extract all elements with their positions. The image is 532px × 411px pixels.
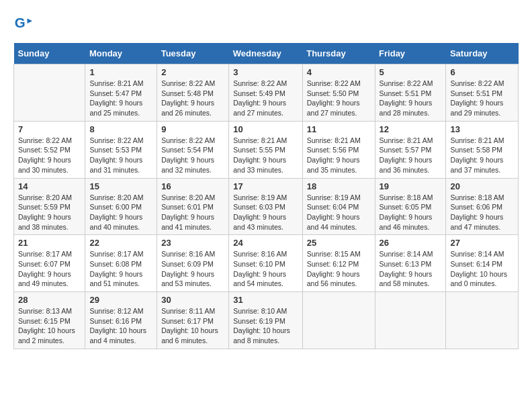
day-info: Sunrise: 8:14 AM Sunset: 6:14 PM Dayligh… xyxy=(450,249,514,289)
day-number: 3 xyxy=(233,67,298,77)
day-number: 26 xyxy=(380,238,442,248)
day-info: Sunrise: 8:21 AM Sunset: 5:55 PM Dayligh… xyxy=(233,136,298,175)
day-number: 17 xyxy=(233,181,298,191)
calendar-cell: 27Sunrise: 8:14 AM Sunset: 6:14 PM Dayli… xyxy=(446,235,519,292)
page-header: G xyxy=(13,13,519,32)
day-number: 30 xyxy=(161,295,224,305)
week-row-1: 1Sunrise: 8:21 AM Sunset: 5:47 PM Daylig… xyxy=(14,64,519,122)
day-info: Sunrise: 8:11 AM Sunset: 6:17 PM Dayligh… xyxy=(161,306,224,346)
day-info: Sunrise: 8:22 AM Sunset: 5:48 PM Dayligh… xyxy=(161,79,224,118)
day-number: 5 xyxy=(380,67,442,77)
calendar-cell: 17Sunrise: 8:19 AM Sunset: 6:03 PM Dayli… xyxy=(229,178,302,235)
calendar-cell: 31Sunrise: 8:10 AM Sunset: 6:19 PM Dayli… xyxy=(229,292,302,349)
day-number: 7 xyxy=(18,124,81,134)
weekday-header-tuesday: Tuesday xyxy=(157,43,229,64)
day-info: Sunrise: 8:14 AM Sunset: 6:13 PM Dayligh… xyxy=(380,249,442,289)
calendar-cell: 2Sunrise: 8:22 AM Sunset: 5:48 PM Daylig… xyxy=(157,64,229,122)
day-info: Sunrise: 8:22 AM Sunset: 5:52 PM Dayligh… xyxy=(18,136,81,175)
day-number: 24 xyxy=(233,238,298,248)
day-info: Sunrise: 8:22 AM Sunset: 5:50 PM Dayligh… xyxy=(307,79,371,118)
day-info: Sunrise: 8:20 AM Sunset: 6:01 PM Dayligh… xyxy=(161,193,224,232)
calendar-cell: 21Sunrise: 8:17 AM Sunset: 6:07 PM Dayli… xyxy=(14,235,85,292)
day-info: Sunrise: 8:16 AM Sunset: 6:10 PM Dayligh… xyxy=(233,249,298,289)
day-info: Sunrise: 8:21 AM Sunset: 5:47 PM Dayligh… xyxy=(89,79,152,118)
calendar-cell: 15Sunrise: 8:20 AM Sunset: 6:00 PM Dayli… xyxy=(85,178,157,235)
day-info: Sunrise: 8:15 AM Sunset: 6:12 PM Dayligh… xyxy=(307,249,371,289)
weekday-header-thursday: Thursday xyxy=(302,43,375,64)
calendar-cell: 8Sunrise: 8:22 AM Sunset: 5:53 PM Daylig… xyxy=(85,121,157,178)
day-number: 11 xyxy=(307,124,371,134)
day-info: Sunrise: 8:17 AM Sunset: 6:07 PM Dayligh… xyxy=(18,249,81,289)
day-number: 25 xyxy=(307,238,371,248)
logo: G xyxy=(13,13,35,32)
weekday-header-row: SundayMondayTuesdayWednesdayThursdayFrid… xyxy=(14,43,519,64)
week-row-2: 7Sunrise: 8:22 AM Sunset: 5:52 PM Daylig… xyxy=(14,121,519,178)
day-number: 4 xyxy=(307,67,371,77)
day-number: 10 xyxy=(233,124,298,134)
day-info: Sunrise: 8:10 AM Sunset: 6:19 PM Dayligh… xyxy=(233,306,298,346)
calendar-cell: 9Sunrise: 8:22 AM Sunset: 5:54 PM Daylig… xyxy=(157,121,229,178)
day-number: 16 xyxy=(161,181,224,191)
calendar-cell: 28Sunrise: 8:13 AM Sunset: 6:15 PM Dayli… xyxy=(14,292,85,349)
day-number: 28 xyxy=(18,295,81,305)
day-number: 6 xyxy=(450,67,514,77)
week-row-5: 28Sunrise: 8:13 AM Sunset: 6:15 PM Dayli… xyxy=(14,292,519,349)
weekday-header-wednesday: Wednesday xyxy=(229,43,302,64)
day-number: 14 xyxy=(18,181,81,191)
day-info: Sunrise: 8:12 AM Sunset: 6:16 PM Dayligh… xyxy=(89,306,152,346)
calendar-cell: 5Sunrise: 8:22 AM Sunset: 5:51 PM Daylig… xyxy=(375,64,446,122)
weekday-header-saturday: Saturday xyxy=(446,43,519,64)
calendar-cell: 29Sunrise: 8:12 AM Sunset: 6:16 PM Dayli… xyxy=(85,292,157,349)
day-number: 27 xyxy=(450,238,514,248)
calendar-cell: 30Sunrise: 8:11 AM Sunset: 6:17 PM Dayli… xyxy=(157,292,229,349)
calendar-cell: 12Sunrise: 8:21 AM Sunset: 5:57 PM Dayli… xyxy=(375,121,446,178)
day-info: Sunrise: 8:18 AM Sunset: 6:06 PM Dayligh… xyxy=(450,193,514,232)
day-info: Sunrise: 8:21 AM Sunset: 5:56 PM Dayligh… xyxy=(307,136,371,175)
day-number: 29 xyxy=(89,295,152,305)
day-number: 21 xyxy=(18,238,81,248)
calendar-cell: 7Sunrise: 8:22 AM Sunset: 5:52 PM Daylig… xyxy=(14,121,85,178)
day-number: 23 xyxy=(161,238,224,248)
calendar-cell: 25Sunrise: 8:15 AM Sunset: 6:12 PM Dayli… xyxy=(302,235,375,292)
weekday-header-sunday: Sunday xyxy=(14,43,85,64)
day-info: Sunrise: 8:13 AM Sunset: 6:15 PM Dayligh… xyxy=(18,306,81,346)
calendar-cell: 16Sunrise: 8:20 AM Sunset: 6:01 PM Dayli… xyxy=(157,178,229,235)
day-info: Sunrise: 8:22 AM Sunset: 5:51 PM Dayligh… xyxy=(450,79,514,118)
day-info: Sunrise: 8:22 AM Sunset: 5:51 PM Dayligh… xyxy=(380,79,442,118)
day-number: 31 xyxy=(233,295,298,305)
day-number: 22 xyxy=(89,238,152,248)
weekday-header-monday: Monday xyxy=(85,43,157,64)
day-number: 2 xyxy=(161,67,224,77)
calendar-cell: 20Sunrise: 8:18 AM Sunset: 6:06 PM Dayli… xyxy=(446,178,519,235)
calendar-cell: 4Sunrise: 8:22 AM Sunset: 5:50 PM Daylig… xyxy=(302,64,375,122)
day-number: 20 xyxy=(450,181,514,191)
day-info: Sunrise: 8:20 AM Sunset: 6:00 PM Dayligh… xyxy=(89,193,152,232)
day-number: 15 xyxy=(89,181,152,191)
calendar-cell xyxy=(302,292,375,349)
calendar-cell: 11Sunrise: 8:21 AM Sunset: 5:56 PM Dayli… xyxy=(302,121,375,178)
calendar-cell: 14Sunrise: 8:20 AM Sunset: 5:59 PM Dayli… xyxy=(14,178,85,235)
day-info: Sunrise: 8:21 AM Sunset: 5:58 PM Dayligh… xyxy=(450,136,514,175)
calendar-cell: 13Sunrise: 8:21 AM Sunset: 5:58 PM Dayli… xyxy=(446,121,519,178)
week-row-3: 14Sunrise: 8:20 AM Sunset: 5:59 PM Dayli… xyxy=(14,178,519,235)
calendar-cell xyxy=(375,292,446,349)
week-row-4: 21Sunrise: 8:17 AM Sunset: 6:07 PM Dayli… xyxy=(14,235,519,292)
calendar-cell: 3Sunrise: 8:22 AM Sunset: 5:49 PM Daylig… xyxy=(229,64,302,122)
weekday-header-friday: Friday xyxy=(375,43,446,64)
calendar-cell: 23Sunrise: 8:16 AM Sunset: 6:09 PM Dayli… xyxy=(157,235,229,292)
calendar-cell: 18Sunrise: 8:19 AM Sunset: 6:04 PM Dayli… xyxy=(302,178,375,235)
calendar-cell: 19Sunrise: 8:18 AM Sunset: 6:05 PM Dayli… xyxy=(375,178,446,235)
day-number: 9 xyxy=(161,124,224,134)
calendar-cell: 24Sunrise: 8:16 AM Sunset: 6:10 PM Dayli… xyxy=(229,235,302,292)
day-info: Sunrise: 8:19 AM Sunset: 6:04 PM Dayligh… xyxy=(307,193,371,232)
calendar-cell: 6Sunrise: 8:22 AM Sunset: 5:51 PM Daylig… xyxy=(446,64,519,122)
day-info: Sunrise: 8:20 AM Sunset: 5:59 PM Dayligh… xyxy=(18,193,81,232)
day-number: 13 xyxy=(450,124,514,134)
day-info: Sunrise: 8:21 AM Sunset: 5:57 PM Dayligh… xyxy=(380,136,442,175)
calendar-table: SundayMondayTuesdayWednesdayThursdayFrid… xyxy=(13,43,519,349)
calendar-cell xyxy=(14,64,85,122)
calendar-cell: 26Sunrise: 8:14 AM Sunset: 6:13 PM Dayli… xyxy=(375,235,446,292)
day-number: 8 xyxy=(89,124,152,134)
day-info: Sunrise: 8:16 AM Sunset: 6:09 PM Dayligh… xyxy=(161,249,224,289)
day-number: 19 xyxy=(380,181,442,191)
